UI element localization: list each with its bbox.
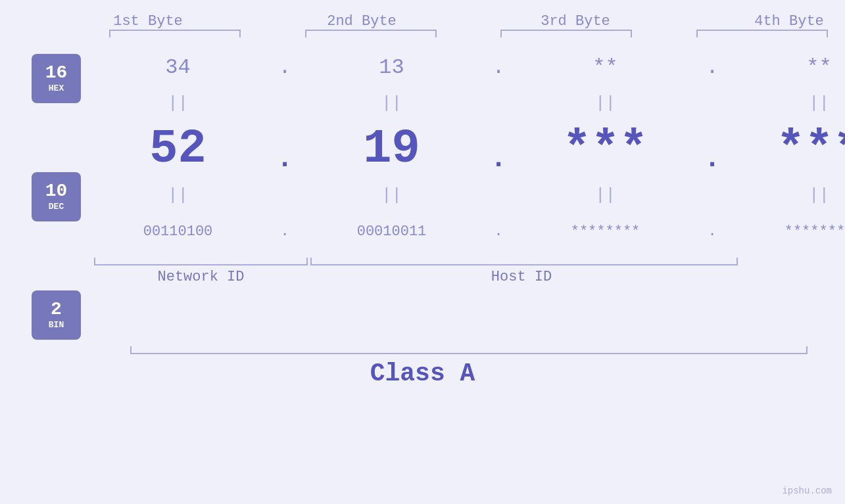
hex-row: 34 . 13 . ** . ** — [87, 44, 845, 90]
dec-dot-2: . — [482, 143, 515, 175]
network-id-label: Network ID — [94, 269, 308, 285]
bottom-brackets — [87, 258, 845, 265]
eq2-b3: || — [515, 185, 696, 205]
hex-dot-1: . — [268, 55, 301, 80]
bin-badge-number: 2 — [51, 300, 62, 319]
host-bracket — [310, 258, 738, 265]
class-label: Class A — [370, 359, 475, 388]
byte4-header: 4th Byte — [699, 13, 846, 30]
hex-dot-2: . — [482, 55, 515, 80]
dec-dot-3: . — [696, 143, 729, 175]
hex-badge-number: 16 — [45, 64, 68, 82]
main-grid: 16 HEX 10 DEC 2 BIN 34 . 13 — [0, 44, 845, 340]
eq2-b4: || — [729, 185, 845, 205]
dec-badge-number: 10 — [45, 182, 68, 200]
watermark: ipshu.com — [782, 486, 832, 496]
hex-b2: 13 — [301, 55, 482, 80]
hex-b4: ** — [729, 55, 845, 80]
bin-b1: 00110100 — [87, 223, 268, 240]
dec-b1: 52 — [87, 122, 268, 176]
bin-badge: 2 BIN — [32, 290, 81, 340]
eq1-b3: || — [515, 93, 696, 113]
dec-dot-1: . — [268, 143, 301, 175]
byte1-header: 1st Byte — [58, 13, 239, 30]
equals-row-2: || || || || — [87, 182, 845, 208]
main-container: 1st Byte 2nd Byte 3rd Byte 4th Byte 16 H… — [0, 0, 845, 504]
dec-b2: 19 — [301, 122, 482, 176]
bracket-labels: Network ID Host ID — [87, 269, 845, 285]
hex-badge-label: HEX — [49, 83, 64, 93]
dec-b4: *** — [729, 122, 845, 176]
bin-dot-2: . — [482, 223, 515, 240]
dec-badge: 10 DEC — [32, 172, 81, 221]
bottom-section: Class A — [0, 346, 845, 388]
hex-badge: 16 HEX — [32, 54, 81, 103]
byte-headers: 1st Byte 2nd Byte 3rd Byte 4th Byte — [46, 0, 845, 30]
eq2-b1: || — [87, 185, 268, 205]
byte3-header: 3rd Byte — [485, 13, 666, 30]
hex-dot-3: . — [696, 55, 729, 80]
bin-b4: ******** — [729, 223, 845, 240]
eq1-b1: || — [87, 93, 268, 113]
bin-badge-label: BIN — [49, 320, 64, 330]
hex-b3: ** — [515, 55, 696, 80]
class-bracket — [130, 346, 808, 354]
bin-row: 00110100 . 00010011 . ******** . *******… — [87, 208, 845, 254]
top-brackets — [92, 30, 845, 37]
hex-b1: 34 — [87, 55, 268, 80]
eq1-b4: || — [729, 93, 845, 113]
equals-row-1: || || || || — [87, 90, 845, 116]
eq2-b2: || — [301, 185, 482, 205]
bin-dot-3: . — [696, 223, 729, 240]
badges-column: 16 HEX 10 DEC 2 BIN — [0, 44, 81, 340]
eq1-b2: || — [301, 93, 482, 113]
network-bracket — [94, 258, 308, 265]
host-id-label: Host ID — [308, 269, 735, 285]
dec-b3: *** — [515, 122, 696, 176]
bin-b3: ******** — [515, 223, 696, 240]
dec-badge-label: DEC — [49, 202, 64, 212]
values-area: 34 . 13 . ** . ** || || — [81, 44, 845, 285]
dec-row: 52 . 19 . *** . *** — [87, 116, 845, 182]
bin-b2: 00010011 — [301, 223, 482, 240]
bin-dot-1: . — [268, 223, 301, 240]
byte2-header: 2nd Byte — [272, 13, 452, 30]
